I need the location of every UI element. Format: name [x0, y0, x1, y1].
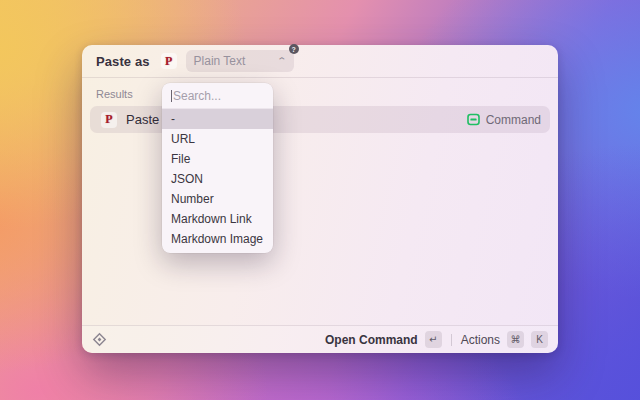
popup-item-markdown-image[interactable]: Markdown Image: [162, 229, 273, 249]
page-title: Paste as: [96, 54, 150, 69]
cmd-key-icon: ⌘: [507, 331, 524, 348]
result-accessory: Command: [467, 113, 541, 127]
result-accessory-label: Command: [486, 113, 541, 127]
popup-item-none[interactable]: -: [162, 109, 273, 129]
launcher-window: Paste as P Plain Text ⌃ ? Results P Past…: [82, 45, 558, 353]
return-key-icon[interactable]: ↵: [425, 331, 442, 348]
popup-item-number[interactable]: Number: [162, 189, 273, 209]
actions-button[interactable]: Actions: [461, 333, 500, 347]
footer-bar: Open Command ↵ Actions ⌘ K: [82, 325, 558, 353]
result-row-paste-as[interactable]: P Paste as Plain Text Command: [90, 106, 550, 133]
text-cursor: [171, 90, 172, 102]
popup-item-json[interactable]: JSON: [162, 169, 273, 189]
format-dropdown-value: Plain Text: [194, 54, 272, 68]
chevron-up-icon: ⌃: [277, 57, 288, 66]
open-command-button[interactable]: Open Command: [325, 333, 418, 347]
format-popup: Search... - URL File JSON Number Markdow…: [162, 83, 273, 253]
command-type-icon: [467, 113, 480, 126]
footer-divider: [451, 334, 452, 346]
format-dropdown[interactable]: Plain Text ⌃ ?: [186, 50, 294, 72]
paste-as-extension-icon: P: [161, 53, 177, 69]
footer-actions: Open Command ↵ Actions ⌘ K: [325, 331, 548, 348]
popup-item-markdown-link[interactable]: Markdown Link: [162, 209, 273, 229]
popup-item-file[interactable]: File: [162, 149, 273, 169]
popup-search-placeholder: Search...: [173, 89, 221, 103]
raycast-logo-icon: [92, 332, 107, 347]
popup-item-url[interactable]: URL: [162, 129, 273, 149]
k-key-icon: K: [531, 331, 548, 348]
help-badge-icon[interactable]: ?: [289, 44, 299, 54]
paste-as-extension-icon: P: [101, 112, 117, 128]
header: Paste as P Plain Text ⌃ ?: [82, 45, 558, 78]
popup-search-input[interactable]: Search...: [162, 83, 273, 109]
